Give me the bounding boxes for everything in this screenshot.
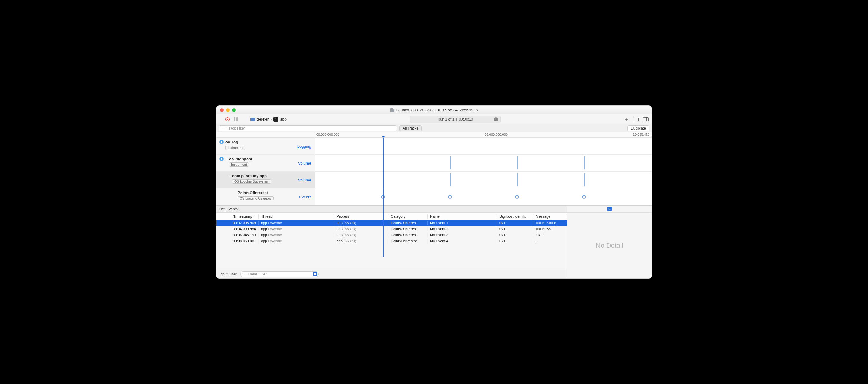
- toggle-sidebar-button[interactable]: [643, 117, 649, 122]
- run-time: 00:00:10: [459, 117, 473, 121]
- inspector-badge[interactable]: E: [607, 207, 612, 211]
- app-icon: [273, 117, 278, 122]
- signpost-bar: [517, 173, 518, 186]
- track-tag: Instrument: [229, 163, 249, 167]
- track-title: os_signpost: [229, 157, 252, 161]
- run-status[interactable]: Run 1 of 1 | 00:00:10 i: [410, 116, 501, 123]
- track-os-signpost[interactable]: ⌄ os_signpost Instrument Volume: [216, 154, 652, 172]
- col-category[interactable]: Category: [389, 214, 428, 218]
- chevron-right-icon: ›: [271, 117, 272, 121]
- toolbar: dekker › app Run 1 of 1 | 00:00:10 i ＋: [216, 114, 652, 125]
- add-instrument-button[interactable]: ＋: [624, 117, 629, 122]
- detail-filter-input[interactable]: Detail Filter: [240, 271, 319, 277]
- col-thread[interactable]: Thread: [259, 214, 334, 218]
- table-header[interactable]: Timestamp⌃ Thread Process Category Name …: [216, 213, 567, 220]
- window-title-text: Launch_app_2022-02-16_16.55.34_2656A9F8: [396, 108, 478, 112]
- table-row[interactable]: 00:02.036.908app 0x48d8capp (66878)Point…: [216, 220, 567, 226]
- target-name: app: [280, 117, 287, 121]
- table-row[interactable]: 00:06.045.193app 0x48d8capp (66878)Point…: [216, 232, 567, 238]
- track-title: PointsOfInterest: [238, 190, 274, 195]
- col-name[interactable]: Name: [428, 214, 497, 218]
- duplicate-button[interactable]: Duplicate: [627, 126, 649, 131]
- col-process[interactable]: Process: [334, 214, 389, 218]
- detail-filter-placeholder: Detail Filter: [248, 272, 267, 276]
- track-tag: OS Logging Category: [238, 196, 274, 201]
- document-icon: [390, 108, 395, 112]
- device-name: dekker: [257, 117, 269, 121]
- toggle-library-button[interactable]: [633, 117, 639, 122]
- run-label: Run 1 of 1: [438, 117, 454, 121]
- detail-footer: Input Filter Detail Filter: [216, 270, 567, 278]
- minimize-window-button[interactable]: [226, 108, 230, 112]
- playhead[interactable]: [383, 138, 383, 257]
- list-mode-popup[interactable]: List: Events: [216, 206, 567, 213]
- track-title: os_log: [225, 140, 245, 144]
- inspector-panel: E No Detail: [567, 206, 652, 278]
- timeline: 00.000.000.000 05.000.000.000 10.055.428…: [216, 132, 652, 205]
- no-detail-label: No Detail: [596, 213, 623, 278]
- filter-icon: [221, 127, 225, 130]
- ruler-tick-0: 00.000.000.000: [315, 133, 339, 136]
- sort-asc-icon: ⌃: [253, 215, 256, 218]
- track-metric[interactable]: Logging: [297, 144, 311, 148]
- track-metric[interactable]: Volume: [298, 178, 311, 182]
- window-controls: [216, 108, 236, 112]
- track-tag: Instrument: [225, 146, 245, 150]
- instruments-window: Launch_app_2022-02-16_16.55.34_2656A9F8 …: [216, 105, 652, 279]
- col-timestamp[interactable]: Timestamp⌃: [216, 214, 259, 218]
- ruler-tick-10: 10.055.428.: [632, 133, 650, 136]
- input-filter-label[interactable]: Input Filter: [219, 272, 237, 276]
- ruler-tick-5: 05.000.000.000: [484, 133, 508, 136]
- signpost-bar: [584, 156, 585, 169]
- time-ruler[interactable]: 00.000.000.000 05.000.000.000 10.055.428…: [216, 132, 652, 138]
- track-metric[interactable]: Events: [299, 195, 311, 199]
- signpost-bar: [584, 173, 585, 186]
- col-message[interactable]: Message: [533, 214, 567, 218]
- event-marker[interactable]: [448, 195, 452, 199]
- filterbar: Track Filter All Tracks Duplicate: [216, 125, 652, 132]
- signpost-bar: [450, 156, 451, 169]
- track-filter-input[interactable]: Track Filter: [219, 126, 397, 131]
- track-subsystem[interactable]: ⌄ com.jviotti.my-app OS Logging Subsyste…: [216, 172, 652, 188]
- signpost-bar: [517, 156, 518, 169]
- zoom-window-button[interactable]: [232, 108, 236, 112]
- track-os-log[interactable]: os_log Instrument Logging: [216, 138, 652, 154]
- filter-badge-icon[interactable]: [313, 272, 317, 276]
- filter-icon: [243, 273, 247, 276]
- target-breadcrumb[interactable]: dekker › app: [250, 117, 287, 122]
- track-metric[interactable]: Volume: [298, 161, 311, 165]
- record-button[interactable]: [225, 117, 230, 121]
- col-signpost[interactable]: Signpost identifi…: [497, 214, 533, 218]
- pause-button[interactable]: [234, 117, 238, 121]
- event-marker[interactable]: [582, 195, 586, 199]
- signpost-bar: [450, 173, 451, 186]
- track-title: com.jviotti.my-app: [232, 174, 271, 178]
- close-window-button[interactable]: [220, 108, 224, 112]
- track-scope-popup[interactable]: All Tracks: [399, 126, 422, 131]
- events-table: Timestamp⌃ Thread Process Category Name …: [216, 213, 567, 270]
- track-points-of-interest[interactable]: PointsOfInterest OS Logging Category Eve…: [216, 188, 652, 205]
- titlebar: Launch_app_2022-02-16_16.55.34_2656A9F8: [216, 106, 652, 114]
- disclosure-icon[interactable]: ⌄: [228, 174, 231, 177]
- table-row[interactable]: 00:08.050.381app 0x48d8capp (66878)Point…: [216, 238, 567, 244]
- pin-icon[interactable]: [219, 157, 224, 161]
- event-marker[interactable]: [515, 195, 519, 199]
- track-filter-placeholder: Track Filter: [227, 126, 245, 131]
- track-tag: OS Logging Subsystem: [232, 179, 271, 183]
- pin-icon[interactable]: [219, 140, 224, 144]
- detail-area: List: Events Timestamp⌃ Thread Process C…: [216, 205, 652, 278]
- device-icon: [250, 117, 255, 121]
- disclosure-icon[interactable]: ⌄: [225, 157, 228, 160]
- window-title: Launch_app_2022-02-16_16.55.34_2656A9F8: [216, 108, 652, 112]
- info-icon[interactable]: i: [494, 117, 498, 121]
- table-row[interactable]: 00:04.039.954app 0x48d8capp (66878)Point…: [216, 226, 567, 232]
